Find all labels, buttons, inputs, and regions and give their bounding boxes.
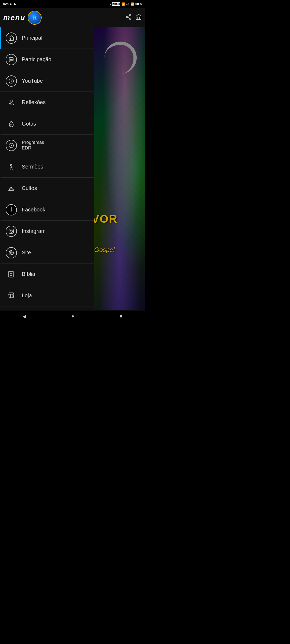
svg-point-10	[10, 100, 13, 102]
status-right: • VoLTE 📶 4G 📶 68%	[110, 2, 142, 6]
sermoes-label: Sermões	[22, 164, 43, 170]
svg-point-6	[10, 59, 11, 60]
programas-sub: EDR	[22, 145, 44, 151]
svg-rect-18	[10, 188, 13, 189]
background-area: VOR Gospel	[94, 27, 145, 310]
headphone-decoration	[104, 42, 137, 74]
sidebar-item-biblia[interactable]: Bíblia	[0, 264, 94, 285]
svg-point-20	[10, 230, 12, 232]
youtube-icon	[6, 75, 17, 87]
dot-indicator: •	[110, 2, 111, 6]
participacao-icon	[6, 54, 17, 65]
header-left: menu R	[3, 11, 42, 25]
loja-label: Loja	[22, 292, 32, 299]
app-logo[interactable]: R	[28, 11, 42, 25]
logo-letter: R	[32, 14, 37, 21]
sidebar-item-site[interactable]: Site	[0, 242, 94, 264]
facebook-icon: f	[6, 204, 17, 215]
programas-label-container: Programas EDR	[22, 140, 44, 151]
biblia-label: Bíblia	[22, 271, 35, 277]
home-button[interactable]: ●	[71, 313, 74, 319]
reflexoes-icon	[6, 97, 17, 108]
status-bar: 02:14 ▶ • VoLTE 📶 4G 📶 68%	[0, 0, 145, 8]
programas-icon	[6, 140, 17, 151]
svg-point-0	[129, 14, 131, 16]
principal-label: Principal	[22, 35, 42, 41]
programas-label: Programas	[22, 140, 44, 145]
wifi-icon: 📶	[121, 2, 125, 6]
header-right	[126, 14, 142, 22]
share-icon[interactable]	[126, 14, 132, 21]
sidebar-item-participacao[interactable]: Participação	[0, 49, 94, 70]
svg-rect-17	[10, 164, 12, 165]
bg-text-vor: VOR	[94, 213, 118, 225]
sidebar-item-facebook[interactable]: f Facebook	[0, 199, 94, 221]
home-icon[interactable]	[135, 14, 142, 22]
sidebar-item-instagram[interactable]: Instagram	[0, 221, 94, 242]
signal-bars: 📶	[130, 2, 134, 6]
sidebar-menu: Principal Participação You	[0, 27, 94, 310]
signal-icon: 4G	[126, 3, 129, 5]
cultos-label: Cultos	[22, 185, 37, 191]
sidebar-item-youtube[interactable]: YouTube	[0, 70, 94, 92]
main-content: Principal Participação You	[0, 27, 145, 310]
back-button[interactable]: ◀	[23, 313, 26, 319]
battery-indicator: 68%	[135, 2, 142, 6]
biblia-icon	[6, 269, 17, 280]
sermoes-icon	[6, 161, 17, 173]
gotas-label: Gotas	[22, 121, 36, 127]
sidebar-item-gotas[interactable]: Gotas	[0, 113, 94, 135]
svg-line-3	[128, 17, 129, 18]
instagram-icon	[6, 226, 17, 237]
play-icon: ▶	[14, 2, 16, 6]
svg-point-5	[11, 59, 12, 60]
svg-marker-9	[11, 80, 12, 82]
svg-rect-19	[9, 229, 14, 233]
youtube-label: YouTube	[22, 78, 43, 84]
cultos-icon	[6, 183, 17, 194]
svg-point-12	[10, 124, 11, 125]
sidebar-item-loja[interactable]: Loja	[0, 285, 94, 306]
status-left: 02:14 ▶	[3, 2, 16, 6]
svg-point-21	[12, 230, 13, 230]
svg-point-2	[129, 18, 131, 19]
sidebar-item-reflexoes[interactable]: Reflexões	[0, 92, 94, 113]
bottom-navigation: ◀ ● ■	[0, 310, 145, 322]
svg-point-1	[126, 16, 128, 18]
menu-title: menu	[3, 13, 26, 22]
svg-line-4	[128, 15, 129, 16]
gotas-icon	[6, 118, 17, 130]
app-header: menu R	[0, 8, 145, 27]
svg-rect-11	[10, 103, 12, 104]
sidebar-item-sermoes[interactable]: Sermões	[0, 156, 94, 178]
svg-marker-14	[11, 144, 12, 146]
svg-point-7	[12, 59, 13, 60]
volte-icon: VoLTE	[112, 2, 120, 6]
participacao-label: Participação	[22, 56, 51, 63]
sidebar-item-cultos[interactable]: Cultos	[0, 178, 94, 199]
sidebar-item-principal[interactable]: Principal	[0, 27, 94, 49]
facebook-label: Facebook	[22, 207, 45, 213]
reflexoes-label: Reflexões	[22, 99, 46, 105]
principal-icon	[6, 32, 17, 44]
recent-button[interactable]: ■	[119, 313, 122, 319]
site-icon	[6, 247, 17, 258]
bg-text-gospel: Gospel	[94, 246, 115, 254]
battery-level: 68%	[135, 2, 142, 6]
site-label: Site	[22, 250, 31, 256]
sidebar-item-programas[interactable]: Programas EDR	[0, 135, 94, 156]
instagram-label: Instagram	[22, 228, 46, 234]
loja-icon	[6, 290, 17, 301]
time-display: 02:14	[3, 2, 12, 6]
